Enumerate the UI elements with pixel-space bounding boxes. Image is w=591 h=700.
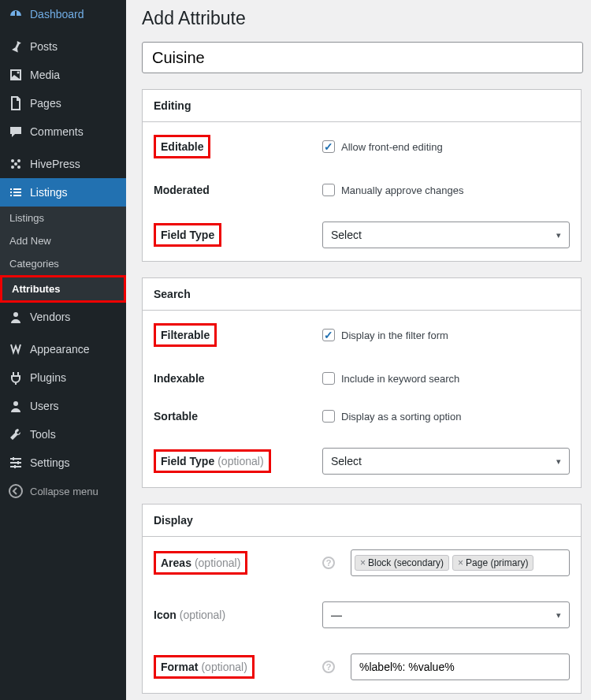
svg-point-7 [13,312,18,317]
list-icon [8,184,24,200]
sortable-check-label: Display as a sorting option [341,411,461,423]
search-panel: Search Filterable Display in the filter … [142,277,582,488]
editing-fieldtype-select[interactable]: Select [322,222,570,248]
icon-label: Icon(optional) [154,609,311,621]
svg-rect-14 [14,465,16,468]
submenu-item-categories[interactable]: Categories [0,252,126,275]
menu-item-vendors[interactable]: Vendors [0,303,126,331]
moderated-label: Moderated [154,184,311,196]
tool-icon [8,426,24,442]
menu-item-hivepress[interactable]: HivePress [0,150,126,178]
svg-point-2 [11,159,14,162]
area-tag[interactable]: Block (secondary) [355,555,449,571]
menu-item-plugins[interactable]: Plugins [0,363,126,392]
format-label: Format(optional) [154,655,255,679]
menu-label: Plugins [30,371,66,384]
menu-label: Tools [30,428,56,441]
vendor-icon [8,309,24,325]
svg-rect-13 [17,461,19,464]
svg-point-6 [14,162,17,166]
svg-rect-0 [15,11,17,16]
menu-label: Dashboard [30,8,84,20]
search-heading: Search [143,278,581,311]
menu-item-appearance[interactable]: Appearance [0,335,126,363]
collapse-menu[interactable]: Collapse menu [0,477,126,505]
plugin-icon [8,370,24,385]
display-heading: Display [143,505,581,537]
moderated-checkbox[interactable] [322,184,335,196]
areas-help-icon[interactable]: ? [322,557,335,569]
menu-item-tools[interactable]: Tools [0,420,126,449]
indexable-label: Indexable [154,372,311,385]
menu-label: HivePress [30,158,80,170]
menu-item-posts[interactable]: Posts [0,32,126,61]
appearance-icon [8,341,24,357]
display-panel: Display Areas(optional) ? Block (seconda… [142,504,582,694]
editable-label: Editable [154,135,210,158]
svg-rect-10 [10,462,21,464]
svg-point-3 [17,159,20,162]
menu-label: Appearance [30,343,90,356]
content-area: Add Attribute Editing Editable Allow fro… [126,0,591,700]
menu-item-users[interactable]: Users [0,392,126,420]
pin-icon [8,39,24,54]
comment-icon [8,124,24,140]
submenu-item-add-new[interactable]: Add New [0,229,126,252]
svg-rect-9 [10,458,21,460]
editable-check-label: Allow front-end editing [341,141,443,153]
editing-fieldtype-label: Field Type [154,223,221,247]
menu-label: Media [30,69,60,81]
indexable-checkbox[interactable] [322,372,335,385]
collapse-label: Collapse menu [30,486,98,497]
user-icon [8,398,24,414]
format-input[interactable] [351,653,570,680]
menu-item-dashboard[interactable]: Dashboard [0,0,126,28]
menu-item-settings[interactable]: Settings [0,449,126,477]
submenu-listings: ListingsAdd NewCategoriesAttributes [0,207,126,303]
indexable-check-label: Include in keyword search [341,373,459,385]
menu-label: Listings [30,186,67,199]
svg-point-1 [17,72,20,74]
filterable-label: Filterable [154,323,217,347]
areas-tags-input[interactable]: Block (secondary) Page (primary) [351,549,570,576]
filterable-checkbox[interactable] [322,329,335,341]
editing-heading: Editing [143,90,581,122]
svg-point-8 [13,401,18,406]
attribute-title-input[interactable] [142,42,583,73]
menu-label: Vendors [30,311,70,323]
menu-item-media[interactable]: Media [0,61,126,89]
search-fieldtype-select[interactable]: Select [322,448,570,475]
icon-select[interactable]: — [322,601,570,628]
menu-label: Pages [30,97,61,110]
menu-label: Posts [30,40,58,53]
collapse-icon [8,483,24,499]
menu-item-listings[interactable]: Listings [0,178,126,207]
submenu-item-listings[interactable]: Listings [0,207,126,229]
dashboard-icon [8,6,24,22]
media-icon [8,67,24,83]
hivepress-icon [8,156,24,172]
filterable-check-label: Display in the filter form [341,330,448,341]
menu-label: Settings [30,456,70,469]
format-help-icon[interactable]: ? [322,661,335,673]
svg-rect-12 [13,457,14,460]
admin-sidebar: DashboardPostsMediaPagesCommentsHivePres… [0,0,126,700]
menu-label: Comments [30,125,84,138]
page-icon [8,95,24,111]
svg-point-15 [9,485,22,497]
editing-panel: Editing Editable Allow front-end editing… [142,89,582,262]
page-title: Add Attribute [142,8,591,29]
submenu-item-attributes[interactable]: Attributes [0,275,126,303]
moderated-check-label: Manually approve changes [341,184,463,196]
editable-checkbox[interactable] [322,140,335,153]
menu-label: Users [30,400,59,412]
area-tag[interactable]: Page (primary) [452,555,533,571]
svg-point-4 [11,166,14,169]
menu-item-pages[interactable]: Pages [0,89,126,117]
menu-item-comments[interactable]: Comments [0,117,126,146]
sortable-label: Sortable [154,410,311,423]
svg-point-5 [17,166,20,169]
search-fieldtype-label: Field Type(optional) [154,449,271,473]
sortable-checkbox[interactable] [322,410,335,423]
settings-icon [8,455,24,471]
